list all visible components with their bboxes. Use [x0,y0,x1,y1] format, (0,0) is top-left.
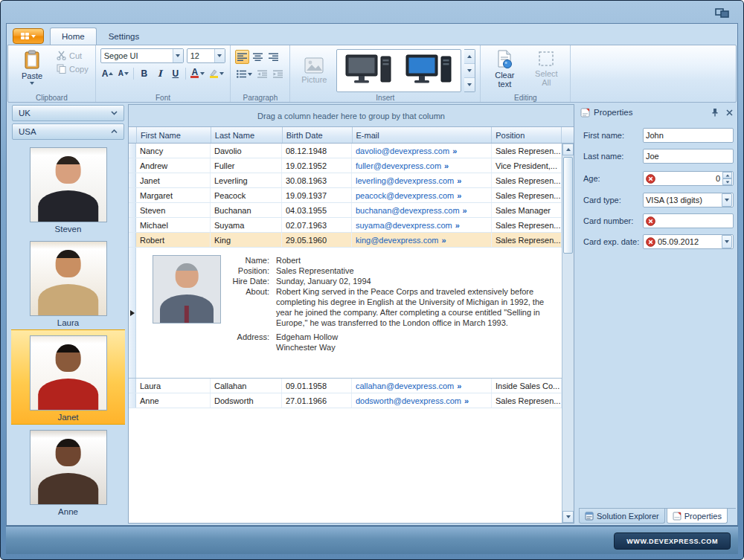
cut-button[interactable]: Cut [54,50,91,61]
italic-button[interactable]: I [153,66,167,80]
pin-icon[interactable] [710,107,720,118]
email-link-chevron[interactable]: » [455,221,460,230]
chevron-up-icon [111,129,118,134]
column-header-last-name[interactable]: Last Name [211,127,283,143]
close-icon[interactable] [724,107,734,118]
bullet-list-icon [237,70,246,78]
last-name-input[interactable]: Joe [643,149,734,164]
table-row[interactable]: Andrew Fuller 19.02.1952 fuller@devexpre… [129,158,562,173]
email-link-chevron[interactable]: » [463,206,467,215]
spin-down-button[interactable] [722,178,732,185]
nav-group-uk[interactable]: UK [12,105,124,121]
card-number-input[interactable] [643,213,734,228]
grow-font-button[interactable]: A [100,66,115,80]
chevron-down-icon[interactable] [722,235,732,248]
employee-tile-anne[interactable]: Anne [11,425,125,518]
font-name-combo[interactable]: Segoe UI [100,48,184,63]
email-link-chevron[interactable]: » [457,382,461,390]
employee-tile-laura[interactable]: Laura [11,236,125,329]
email-link[interactable]: callahan@devexpress.com [356,382,454,390]
row-indicator-arrow-icon [130,310,135,316]
decrease-indent-button[interactable] [255,67,269,81]
copy-button[interactable]: Copy [54,63,91,74]
scroll-up-button[interactable] [562,144,574,155]
font-color-button[interactable]: A [189,66,206,80]
table-row[interactable]: Margaret Peacock 19.09.1937 peacock@deve… [129,188,562,203]
ribbon-group-font: Segoe UI 12 A A B I U [96,45,231,102]
increase-indent-button[interactable] [271,67,285,81]
shrink-font-button[interactable]: A [116,66,130,80]
tab-properties[interactable]: Properties [667,509,728,524]
email-link-chevron[interactable]: » [457,176,461,185]
table-row[interactable]: Laura Callahan 09.01.1958 callahan@devex… [129,379,562,393]
card-exp-date-input[interactable]: 05.09.2012 [643,234,734,249]
picture-button[interactable]: Picture [295,56,333,86]
age-input[interactable]: 0 [643,171,734,186]
employee-name: Anne [11,507,125,516]
tab-home[interactable]: Home [50,28,97,45]
tab-settings[interactable]: Settings [97,28,152,45]
gallery-dropdown-button[interactable] [464,78,475,91]
insert-gallery[interactable] [336,49,461,92]
align-right-button[interactable] [266,50,280,64]
email-link[interactable]: buchanan@devexpress.com [356,206,460,215]
employee-tile-janet[interactable]: Janet [11,329,125,425]
devexpress-badge[interactable]: WWW.DEVEXPRESS.COM [614,532,731,550]
error-icon [646,174,655,184]
scroll-thumb[interactable] [563,157,573,254]
clipboard-icon [23,50,41,70]
column-header-email[interactable]: E-mail [353,127,493,143]
card-type-combo[interactable]: VISA (13 digits) [643,193,734,207]
computer-blue-icon[interactable] [405,52,454,89]
select-all-button[interactable]: Select All [527,48,565,92]
email-link[interactable]: fuller@devexpress.com [356,161,441,170]
clear-text-button[interactable]: Clear text [485,48,524,92]
gallery-down-button[interactable] [464,64,475,78]
table-row-selected[interactable]: Robert King 29.05.1960 king@devexpress.c… [129,233,562,248]
group-by-hint[interactable]: Drag a column header here to group by th… [129,105,574,127]
table-row[interactable]: Steven Buchanan 04.03.1955 buchanan@deve… [129,203,562,218]
column-header-birth-date[interactable]: Birth Date [283,127,353,143]
vertical-scrollbar[interactable] [562,144,574,523]
gallery-up-button[interactable] [464,50,475,64]
table-row[interactable]: Janet Leverling 30.08.1963 leverling@dev… [129,173,562,188]
email-link[interactable]: leverling@devexpress.com [356,176,454,185]
spin-up-button[interactable] [722,172,732,178]
align-center-button[interactable] [251,50,265,64]
table-row[interactable]: Nancy Davolio 08.12.1948 davolio@devexpr… [129,144,562,158]
bullet-list-button[interactable] [235,67,254,81]
chevron-down-icon[interactable] [173,49,183,62]
email-link-chevron[interactable]: » [452,147,457,155]
underline-button[interactable]: U [168,66,182,80]
ribbon-group-clipboard: Paste Cut [8,45,96,102]
email-link[interactable]: suyama@devexpress.com [356,221,452,230]
nav-group-usa[interactable]: USA [12,123,124,140]
email-link-chevron[interactable]: » [464,396,469,405]
align-left-button[interactable] [235,50,249,64]
window-controls-icon[interactable] [715,8,730,18]
chevron-down-icon[interactable] [214,49,225,62]
email-link[interactable]: king@devexpress.com [356,236,438,245]
email-link-chevron[interactable]: » [457,191,461,200]
email-link[interactable]: davolio@devexpress.com [356,147,449,155]
card-type-field: Card type: VISA (13 digits) [582,193,734,207]
bold-button[interactable]: B [137,66,151,80]
tab-solution-explorer[interactable]: Solution Explorer [579,509,665,524]
chevron-down-icon[interactable] [722,193,732,207]
employee-tile-steven[interactable]: Steven [11,142,125,236]
paste-button[interactable]: Paste [13,48,51,92]
computer-gray-icon[interactable] [344,52,394,89]
first-name-input[interactable]: John [643,128,734,143]
column-header-first-name[interactable]: First Name [137,127,211,143]
font-size-combo[interactable]: 12 [187,48,225,63]
application-menu-button[interactable] [13,28,44,44]
email-link[interactable]: peacock@devexpress.com [356,191,454,200]
scroll-down-button[interactable] [562,511,574,523]
email-link[interactable]: dodsworth@devexpress.com [356,396,461,405]
highlight-button[interactable] [208,66,225,80]
column-header-position[interactable]: Position [492,127,562,143]
table-row[interactable]: Michael Suyama 02.07.1963 suyama@devexpr… [129,218,562,233]
table-row[interactable]: Anne Dodsworth 27.01.1966 dodsworth@deve… [129,393,562,408]
email-link-chevron[interactable]: » [441,236,446,245]
email-link-chevron[interactable]: » [444,161,449,170]
